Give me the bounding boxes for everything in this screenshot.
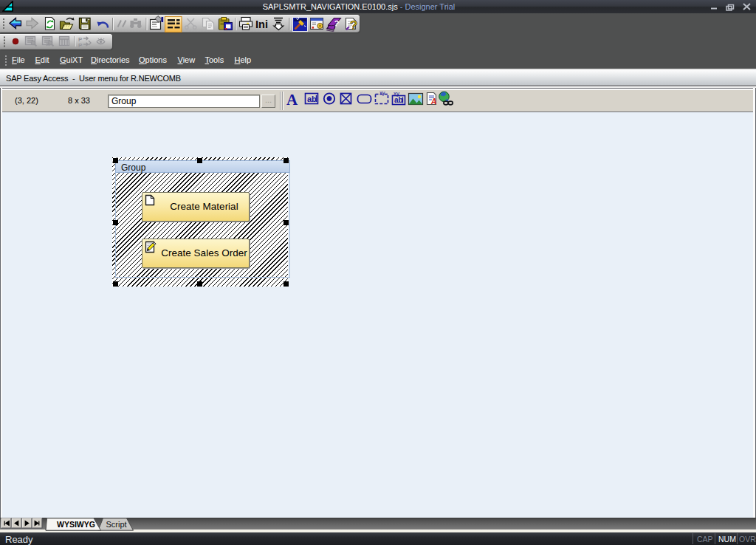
svg-text:xy: xy xyxy=(379,89,385,96)
svg-text:ab: ab xyxy=(394,96,403,104)
svg-text:A: A xyxy=(286,91,298,109)
svg-text:A: A xyxy=(430,97,436,106)
svg-text:WYSIWYG: WYSIWYG xyxy=(57,520,95,529)
svg-text:ab: ab xyxy=(307,95,317,103)
svg-text:Ini: Ini xyxy=(255,18,268,30)
svg-text:?: ? xyxy=(334,18,340,28)
svg-text:?: ? xyxy=(350,18,357,32)
svg-text:P: P xyxy=(78,42,83,49)
svg-text:Script: Script xyxy=(106,520,127,529)
